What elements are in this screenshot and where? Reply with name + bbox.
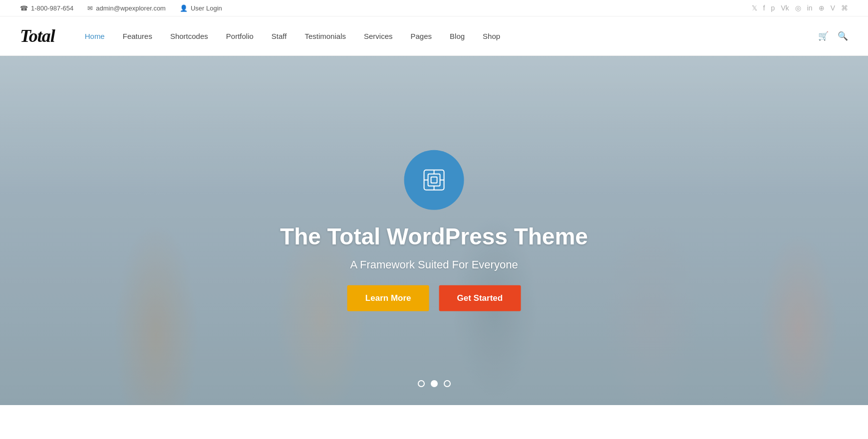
top-bar-left: ☎ 1-800-987-654 ✉ admin@wpexplorer.com 👤… <box>20 4 222 12</box>
linkedin-icon[interactable]: in <box>807 4 813 12</box>
slider-dots <box>418 380 451 387</box>
email-address: admin@wpexplorer.com <box>96 4 166 12</box>
main-nav: Home Features Shortcodes Portfolio Staff… <box>85 31 848 41</box>
social-icons-bar: 𝕏 f p Vk ◎ in ⊕ V ⌘ <box>752 4 848 12</box>
slider-dot-2[interactable] <box>431 380 438 387</box>
hero-section: The Total WordPress Theme A Framework Su… <box>0 56 868 405</box>
nav-services[interactable]: Services <box>364 32 393 40</box>
hero-buttons: Learn More Get Started <box>347 285 521 311</box>
nav-portfolio[interactable]: Portfolio <box>226 32 254 40</box>
nav-pages[interactable]: Pages <box>411 32 432 40</box>
hero-title: The Total WordPress Theme <box>280 224 588 249</box>
hero-brand-icon <box>419 165 449 195</box>
phone-item: ☎ 1-800-987-654 <box>20 4 73 12</box>
slider-dot-3[interactable] <box>444 380 451 387</box>
hero-content: The Total WordPress Theme A Framework Su… <box>280 150 588 311</box>
nav-utility-icons: 🛒 🔍 <box>818 31 848 41</box>
user-icon: 👤 <box>180 4 188 12</box>
main-header: Total Home Features Shortcodes Portfolio… <box>0 16 868 56</box>
svg-rect-2 <box>431 177 437 183</box>
nav-shortcodes[interactable]: Shortcodes <box>170 32 208 40</box>
nav-testimonials[interactable]: Testimonials <box>304 32 346 40</box>
slider-dot-1[interactable] <box>418 380 425 387</box>
hero-subtitle: A Framework Suited For Everyone <box>350 258 518 271</box>
nav-shop[interactable]: Shop <box>483 32 500 40</box>
instagram-icon[interactable]: ◎ <box>795 4 801 12</box>
get-started-button[interactable]: Get Started <box>439 285 521 311</box>
nav-home[interactable]: Home <box>85 32 105 40</box>
hero-logo-circle <box>404 150 464 210</box>
vimeo-icon[interactable]: V <box>831 4 835 12</box>
flickr-icon[interactable]: ⊕ <box>819 4 825 12</box>
search-button[interactable]: 🔍 <box>838 31 848 41</box>
rss-icon[interactable]: ⌘ <box>841 4 848 12</box>
cart-button[interactable]: 🛒 <box>818 31 829 41</box>
pinterest-icon[interactable]: p <box>771 4 775 12</box>
vk-icon[interactable]: Vk <box>781 4 789 12</box>
phone-number: 1-800-987-654 <box>31 4 73 12</box>
nav-blog[interactable]: Blog <box>450 32 465 40</box>
svg-rect-1 <box>428 174 440 186</box>
user-login-item[interactable]: 👤 User Login <box>180 4 222 12</box>
top-bar: ☎ 1-800-987-654 ✉ admin@wpexplorer.com 👤… <box>0 0 868 16</box>
site-logo[interactable]: Total <box>20 25 55 46</box>
email-item: ✉ admin@wpexplorer.com <box>87 4 166 12</box>
learn-more-button[interactable]: Learn More <box>347 285 429 311</box>
twitter-icon[interactable]: 𝕏 <box>752 4 757 12</box>
user-login-label: User Login <box>191 4 222 12</box>
nav-features[interactable]: Features <box>123 32 152 40</box>
email-icon: ✉ <box>87 4 93 12</box>
phone-icon: ☎ <box>20 4 28 12</box>
nav-staff[interactable]: Staff <box>272 32 287 40</box>
facebook-icon[interactable]: f <box>763 4 765 12</box>
